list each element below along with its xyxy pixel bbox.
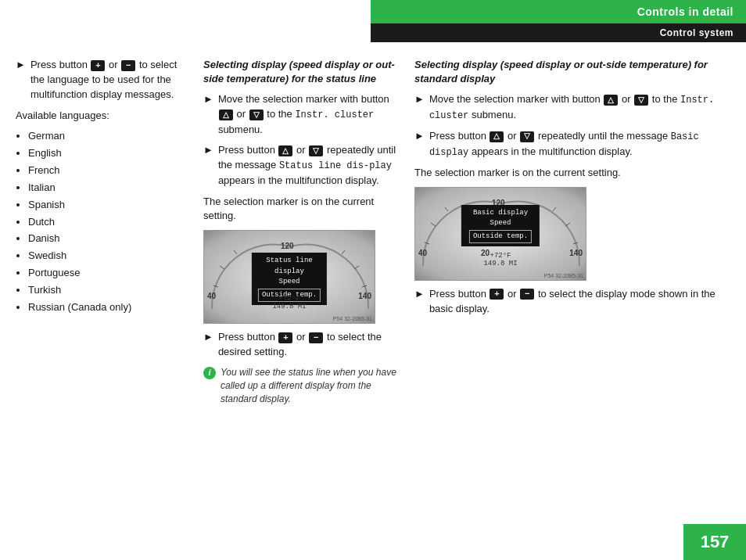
gauge-num-140: 140 [569,249,583,257]
speed-label: Speed [469,218,532,229]
temp-val: +72°F [483,252,517,260]
dashboard-inner: 40 120 20 140 Status line display Speed … [204,231,375,323]
mi-val: 149.8 MI [483,260,517,267]
arrow-icon: ► [414,288,425,317]
right-step3: ► Press button + or − to select the disp… [414,287,730,317]
subheader-subtitle: Control system [660,27,733,38]
nav-down-icon: ▽ [309,145,323,156]
mid-step3-text: Press button + or − to select the desire… [218,330,399,360]
display-label: display [258,267,321,278]
gauge-num-40-left: 40 [207,292,216,300]
list-item: Turkish [28,283,188,298]
plus-button-icon: + [91,60,105,71]
middle-column: Selecting display (speed display or out-… [203,58,399,505]
list-item: Portuguese [28,266,188,281]
nav-up-icon: △ [278,145,292,156]
dash-caption: P54 32-2085-31 [333,316,372,321]
arrow-icon: ► [16,59,26,102]
right-step1-text: Move the selection marker with button △ … [429,92,730,123]
svg-line-7 [431,223,436,226]
list-item: Danish [28,232,188,246]
available-label: Available languages: [16,109,188,124]
list-item: Swedish [28,249,188,264]
page-number: 157 [701,532,730,552]
languages-list: German English French Italian Spanish Du… [28,129,188,314]
speed-label: Speed [258,277,321,288]
nav-down-icon: ▽ [249,109,264,120]
list-item: English [28,146,188,161]
mid-step3: ► Press button + or − to select the desi… [203,330,399,360]
minus-button-icon: − [121,60,135,71]
info-icon: i [203,367,216,379]
info-note: i You will see the status line when you … [203,366,399,405]
dashboard-inner: 40 120 20 140 Basic display Speed Outsid… [415,188,586,280]
mid-step2-text: Press button △ or ▽ repeatedly until the… [218,143,399,188]
svg-line-2 [234,250,237,254]
minus-button-icon: − [520,289,534,300]
list-item: Russian (Canada only) [28,300,188,315]
nav-up-icon: △ [219,109,233,120]
list-item: Spanish [28,198,188,213]
list-item: Italian [28,181,188,196]
page-number-area: 157 [683,524,746,560]
list-item: Dutch [28,215,188,230]
bottom-values: +72°F 149.8 MI [272,295,306,311]
arrow-icon: ► [203,93,213,137]
arrow-icon: ► [203,144,213,188]
dash-caption: P54 32-2085-31 [544,273,583,278]
temp-val: +72°F [272,295,306,303]
right-note: The selection marker is on the current s… [414,166,730,181]
left-column: ► Press button + or − to select the lang… [16,58,188,505]
list-item: French [28,163,188,178]
bottom-values: +72°F 149.8 MI [483,252,517,267]
svg-line-9 [553,207,556,211]
info-note-text: You will see the status line when you ha… [221,366,399,405]
basic-display-label: Basic display [469,208,532,219]
svg-line-3 [342,250,345,254]
mid-step1-text: Move the selection marker with button △ … [218,92,399,137]
arrow-icon: ► [414,93,425,123]
nav-up-icon: △ [604,95,618,106]
basic-display-box: Basic display Speed Outside temp. [461,205,540,247]
right-heading: Selecting display (speed display or out-… [414,58,730,86]
nav-down-icon: ▽ [520,131,534,142]
arrow-icon: ► [203,331,213,360]
basic-display-dashboard-image: 40 120 20 140 Basic display Speed Outsid… [414,187,586,281]
mi-val: 149.8 MI [272,303,306,311]
header-bar: Controls in detail [371,0,746,23]
list-item: German [28,129,188,144]
arrow-icon: ► [414,130,425,160]
svg-line-1 [220,266,224,269]
mid-step2: ► Press button △ or ▽ repeatedly until t… [203,143,399,188]
gauge-num-120: 120 [281,242,294,250]
gauge-num-40-left: 40 [418,249,427,257]
right-step2-text: Press button △ or ▽ repeatedly until the… [429,129,730,160]
right-column: Selecting display (speed display or out-… [414,58,730,505]
minus-button-icon: − [309,332,323,343]
plus-button-icon: + [278,332,292,343]
mid-note: The selection marker is on the current s… [203,195,399,224]
right-step3-text: Press button + or − to select the displa… [429,287,730,317]
nav-down-icon: ▽ [634,95,648,106]
left-step1-text: Press button + or − to select the langua… [30,58,188,102]
right-step1: ► Move the selection marker with button … [414,92,730,123]
plus-button-icon: + [490,289,504,300]
header-title: Controls in detail [637,5,733,18]
nav-up-icon: △ [490,131,504,142]
main-content: ► Press button + or − to select the lang… [0,42,746,513]
status-line-label: Status line [258,256,321,267]
mid-heading: Selecting display (speed display or out-… [203,58,399,86]
subheader-bar: Control system [371,23,746,42]
mid-step1: ► Move the selection marker with button … [203,92,399,137]
outside-temp-label: Outside temp. [469,230,532,244]
left-step1: ► Press button + or − to select the lang… [16,58,188,102]
right-step2: ► Press button △ or ▽ repeatedly until t… [414,129,730,160]
status-line-dashboard-image: 40 120 20 140 Status line display Speed … [203,230,375,324]
svg-line-8 [445,207,448,211]
gauge-num-140: 140 [358,292,371,300]
